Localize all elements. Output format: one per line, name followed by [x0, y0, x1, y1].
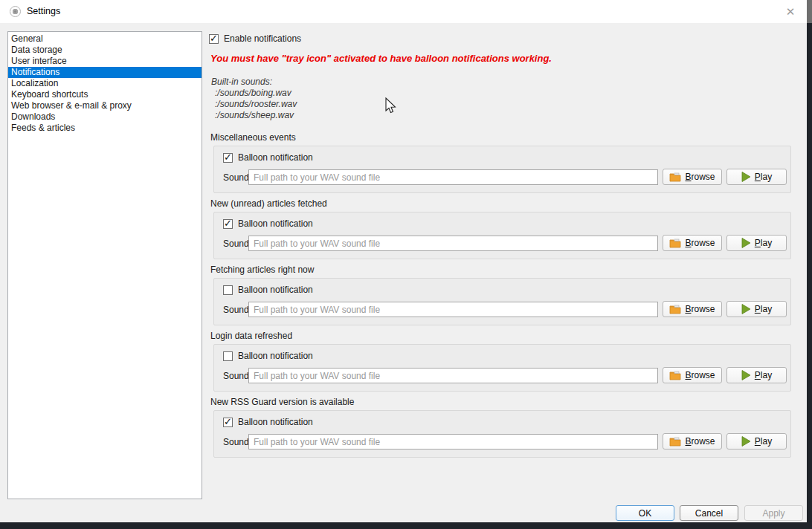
sidebar-item-data-storage[interactable]: Data storage	[8, 45, 202, 56]
section-title-new-version-available: New RSS Guard version is available	[210, 397, 354, 407]
balloon-notification-label: Balloon notification	[238, 351, 313, 361]
sound-label: Sound	[223, 238, 249, 249]
play-icon	[741, 172, 751, 182]
sidebar-item-keyboard-shortcuts[interactable]: Keyboard shortcuts	[8, 89, 202, 100]
play-button[interactable]: Play	[726, 235, 787, 251]
play-icon	[741, 436, 751, 447]
browse-button[interactable]: Browse	[663, 235, 722, 251]
play-button[interactable]: Play	[726, 433, 787, 450]
folder-icon	[669, 172, 681, 182]
browse-button-label: Browse	[685, 436, 715, 447]
play-icon	[741, 304, 751, 314]
folder-icon	[669, 305, 681, 314]
mouse-cursor	[385, 97, 397, 115]
section-group-new-version-available: Balloon notification Sound Browse Play	[213, 410, 791, 458]
play-icon	[741, 238, 751, 248]
play-button-label: Play	[755, 172, 772, 182]
sidebar-item-feeds-articles[interactable]: Feeds & articles	[8, 123, 202, 134]
built-in-sounds-title: Built-in sounds:	[211, 77, 297, 88]
sound-path-input[interactable]	[248, 169, 658, 185]
play-button-label: Play	[755, 304, 772, 314]
sidebar-item-user-interface[interactable]: User interface	[8, 56, 202, 67]
browse-button-label: Browse	[685, 238, 715, 248]
folder-icon	[669, 371, 681, 380]
sound-path-input[interactable]	[248, 302, 658, 317]
built-in-sound-path: :/sounds/boing.wav	[211, 88, 297, 99]
balloon-notification-label: Balloon notification	[238, 417, 313, 427]
section-group-new-articles-fetched: Balloon notification Sound Browse Play	[213, 212, 791, 259]
balloon-notification-row: Balloon notification	[223, 351, 313, 361]
balloon-notification-checkbox[interactable]	[223, 153, 233, 163]
section-group-fetching-articles: Balloon notification Sound Browse Play	[213, 278, 791, 325]
sidebar-item-notifications[interactable]: Notifications	[8, 67, 202, 78]
balloon-notification-row: Balloon notification	[223, 285, 313, 295]
settings-category-list: General Data storage User interface Noti…	[7, 31, 202, 499]
play-button[interactable]: Play	[726, 367, 787, 383]
title-bar: Settings ✕	[0, 0, 807, 23]
background-window-edge	[807, 23, 812, 529]
section-title-fetching-articles: Fetching articles right now	[210, 264, 314, 275]
balloon-notification-label: Balloon notification	[238, 285, 313, 295]
play-button-label: Play	[755, 238, 772, 248]
browse-button[interactable]: Browse	[663, 301, 722, 317]
balloon-notification-row: Balloon notification	[223, 417, 313, 427]
balloon-notification-label: Balloon notification	[238, 218, 313, 229]
browse-button-label: Browse	[685, 172, 715, 182]
background-window-edge	[0, 522, 807, 529]
built-in-sound-path: :/sounds/sheep.wav	[211, 110, 297, 121]
built-in-sound-path: :/sounds/rooster.wav	[211, 99, 297, 110]
play-button[interactable]: Play	[726, 301, 787, 317]
play-button[interactable]: Play	[726, 169, 787, 185]
play-icon	[741, 370, 751, 380]
browse-button[interactable]: Browse	[663, 367, 722, 383]
ok-button[interactable]: OK	[616, 505, 674, 521]
window-title: Settings	[27, 6, 60, 16]
browse-button[interactable]: Browse	[663, 169, 722, 185]
sound-label: Sound	[223, 371, 249, 381]
play-button-label: Play	[755, 436, 772, 447]
background-window-edge	[807, 0, 812, 23]
enable-notifications-row: Enable notifications	[209, 33, 301, 44]
section-title-miscellaneous-events: Miscellaneous events	[210, 132, 296, 143]
sidebar-item-downloads[interactable]: Downloads	[8, 111, 202, 123]
sound-path-input[interactable]	[248, 434, 658, 450]
folder-icon	[669, 437, 681, 447]
browse-button[interactable]: Browse	[663, 433, 722, 450]
balloon-notification-checkbox[interactable]	[223, 351, 233, 361]
apply-button[interactable]: Apply	[744, 505, 803, 521]
folder-icon	[669, 238, 681, 248]
section-title-login-data-refreshed: Login data refreshed	[210, 331, 292, 341]
balloon-notification-checkbox[interactable]	[223, 285, 233, 295]
balloon-notification-row: Balloon notification	[223, 218, 313, 229]
sidebar-item-web-browser-proxy[interactable]: Web browser & e-mail & proxy	[8, 100, 202, 111]
enable-notifications-checkbox[interactable]	[209, 34, 219, 44]
sidebar-item-general[interactable]: General	[8, 33, 202, 45]
built-in-sounds-note: Built-in sounds: :/sounds/boing.wav :/so…	[211, 77, 297, 121]
balloon-notification-checkbox[interactable]	[223, 418, 233, 427]
section-group-login-data-refreshed: Balloon notification Sound Browse Play	[213, 344, 791, 392]
balloon-notification-checkbox[interactable]	[223, 219, 233, 229]
browse-button-label: Browse	[685, 370, 715, 380]
enable-notifications-label: Enable notifications	[224, 33, 301, 44]
cancel-button[interactable]: Cancel	[680, 505, 738, 521]
play-button-label: Play	[755, 370, 772, 380]
section-group-miscellaneous-events: Balloon notification Sound Browse Play	[213, 146, 791, 193]
sidebar-item-localization[interactable]: Localization	[8, 78, 202, 89]
sound-path-input[interactable]	[248, 368, 658, 383]
sound-label: Sound	[223, 305, 249, 315]
balloon-notification-label: Balloon notification	[238, 152, 313, 163]
sound-label: Sound	[223, 172, 249, 183]
settings-app-icon	[10, 6, 21, 17]
browse-button-label: Browse	[685, 304, 715, 314]
sound-label: Sound	[223, 437, 249, 447]
close-icon[interactable]: ✕	[783, 4, 798, 19]
sound-path-input[interactable]	[248, 236, 658, 251]
balloon-notification-row: Balloon notification	[223, 152, 313, 163]
tray-icon-warning-text: You must have "tray icon" activated to h…	[210, 53, 552, 64]
section-title-new-articles-fetched: New (unread) articles fetched	[210, 198, 327, 209]
